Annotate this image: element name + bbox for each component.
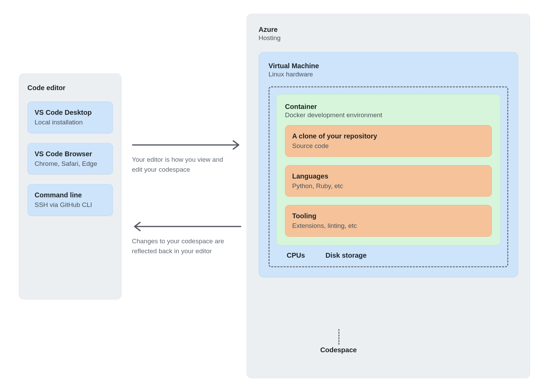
container-panel: Container Docker development environment… <box>276 94 500 245</box>
azure-title: Azure <box>259 26 518 34</box>
card-title: Command line <box>35 191 106 200</box>
codespace-label: Codespace <box>320 346 357 354</box>
arrow-codespace-to-editor: Changes to your codespace are reflected … <box>132 221 241 256</box>
vm-disk-label: Disk storage <box>325 252 366 259</box>
card-sub: Local installation <box>35 118 106 127</box>
editor-card-vscode-desktop: VS Code Desktop Local installation <box>27 101 113 133</box>
arrow-left-icon <box>132 221 241 232</box>
editor-card-vscode-browser: VS Code Browser Chrome, Safari, Edge <box>27 143 113 175</box>
container-item-tooling: Tooling Extensions, linting, etc <box>285 205 492 237</box>
editor-card-command-line: Command line SSH via GitHub CLI <box>27 184 113 216</box>
arrow-right-icon <box>132 140 241 150</box>
azure-panel: Azure Hosting Virtual Machine Linux hard… <box>247 14 530 378</box>
card-sub: Source code <box>292 142 485 150</box>
arrow-caption: Your editor is how you view and edit you… <box>132 155 235 174</box>
container-title: Container <box>285 103 492 111</box>
vm-cpus-label: CPUs <box>287 252 305 259</box>
card-sub: Chrome, Safari, Edge <box>35 159 106 168</box>
card-sub: Python, Ruby, etc <box>292 182 485 191</box>
card-title: VS Code Browser <box>35 149 106 159</box>
code-editor-title: Code editor <box>27 84 113 92</box>
container-item-repo: A clone of your repository Source code <box>285 125 492 157</box>
vm-title: Virtual Machine <box>269 62 508 70</box>
card-sub: SSH via GitHub CLI <box>35 200 106 209</box>
vm-panel: Virtual Machine Linux hardware Container… <box>259 52 518 277</box>
card-sub: Extensions, linting, etc <box>292 221 485 230</box>
card-title: VS Code Desktop <box>35 108 106 117</box>
arrow-caption: Changes to your codespace are reflected … <box>132 236 235 256</box>
codespace-stem-icon <box>338 329 339 345</box>
vm-sub: Linux hardware <box>269 71 508 78</box>
codespace-boundary: Container Docker development environment… <box>269 86 508 267</box>
arrow-editor-to-codespace: Your editor is how you view and edit you… <box>132 140 241 174</box>
vm-hardware-row: CPUs Disk storage <box>276 245 500 259</box>
card-title: Tooling <box>292 211 485 221</box>
code-editor-panel: Code editor VS Code Desktop Local instal… <box>19 73 122 299</box>
container-item-languages: Languages Python, Ruby, etc <box>285 165 492 197</box>
card-title: A clone of your repository <box>292 132 485 141</box>
container-sub: Docker development environment <box>285 111 492 119</box>
azure-sub: Hosting <box>259 34 518 42</box>
card-title: Languages <box>292 172 485 181</box>
